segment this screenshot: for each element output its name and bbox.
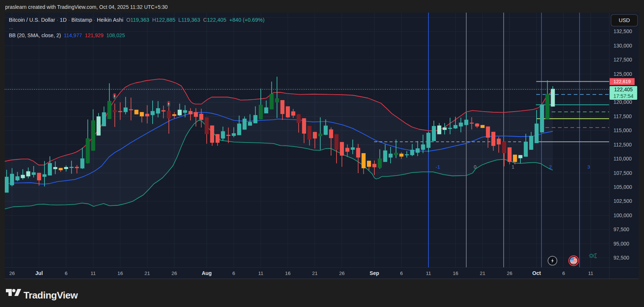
svg-text:105,000: 105,000 xyxy=(613,184,632,190)
svg-text:110,000: 110,000 xyxy=(613,156,632,162)
svg-text:6: 6 xyxy=(400,271,403,276)
svg-text:107,500: 107,500 xyxy=(613,170,632,176)
svg-text:21: 21 xyxy=(312,271,318,276)
svg-text:-1: -1 xyxy=(435,164,440,170)
svg-text:26: 26 xyxy=(339,271,345,276)
svg-text:26: 26 xyxy=(507,271,512,276)
svg-text:11: 11 xyxy=(258,271,263,276)
svg-text:117,500: 117,500 xyxy=(613,113,632,119)
svg-text:120,000: 120,000 xyxy=(613,99,632,105)
svg-text:11: 11 xyxy=(588,271,593,276)
svg-text:Sep: Sep xyxy=(370,270,379,276)
svg-text:Oct: Oct xyxy=(532,270,541,276)
svg-text:0: 0 xyxy=(474,164,477,170)
svg-text:132,500: 132,500 xyxy=(613,28,632,34)
svg-text:6: 6 xyxy=(65,271,68,276)
svg-text:112,500: 112,500 xyxy=(613,142,632,148)
svg-text:21: 21 xyxy=(145,271,150,276)
svg-text:Aug: Aug xyxy=(202,270,211,276)
svg-text:127,500: 127,500 xyxy=(613,57,632,63)
svg-text:92,500: 92,500 xyxy=(613,255,629,261)
svg-text:6: 6 xyxy=(232,271,235,276)
svg-text:26: 26 xyxy=(9,271,15,276)
svg-text:6: 6 xyxy=(562,271,565,276)
svg-text:115,000: 115,000 xyxy=(613,127,632,133)
svg-text:95,000: 95,000 xyxy=(613,241,629,247)
svg-text:3: 3 xyxy=(587,164,590,170)
svg-text:16: 16 xyxy=(117,271,123,276)
svg-text:1: 1 xyxy=(512,164,515,170)
svg-text:16: 16 xyxy=(453,271,458,276)
svg-text:21: 21 xyxy=(480,271,485,276)
svg-text:Jul: Jul xyxy=(35,270,43,276)
svg-text:2: 2 xyxy=(549,164,552,170)
svg-text:122,619: 122,619 xyxy=(613,79,631,84)
svg-text:16: 16 xyxy=(285,271,291,276)
svg-text:97,500: 97,500 xyxy=(613,226,629,232)
svg-text:11: 11 xyxy=(426,271,431,276)
svg-text:11: 11 xyxy=(90,271,96,276)
svg-text:130,000: 130,000 xyxy=(613,43,632,49)
svg-text:100,000: 100,000 xyxy=(613,212,632,218)
svg-text:TradingView: TradingView xyxy=(24,289,78,300)
svg-text:122,405: 122,405 xyxy=(614,87,633,92)
svg-text:102,500: 102,500 xyxy=(613,198,632,204)
svg-text:USD: USD xyxy=(619,17,630,23)
svg-text:125,000: 125,000 xyxy=(613,71,632,77)
svg-text:17:57:54: 17:57:54 xyxy=(613,93,634,99)
svg-text:26: 26 xyxy=(171,271,177,276)
